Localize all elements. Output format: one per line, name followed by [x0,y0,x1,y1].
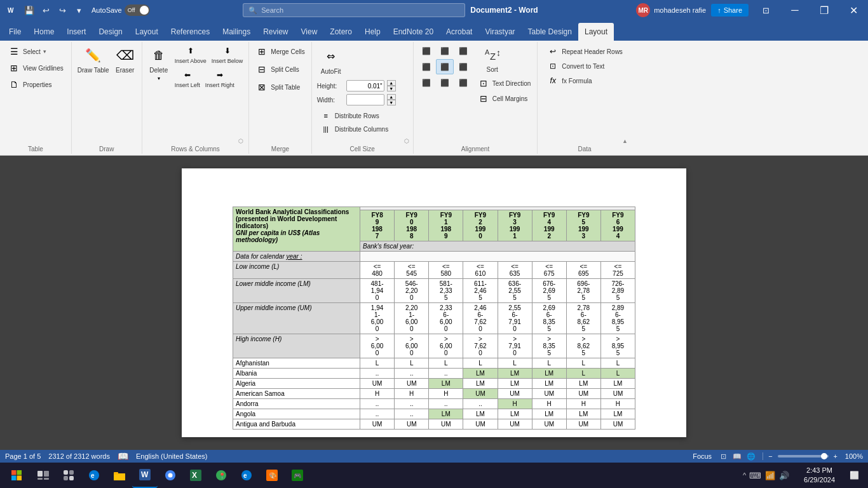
cell-size-expand-icon[interactable]: ⬡ [404,138,409,144]
split-cells-btn[interactable]: ⊟ Split Cells [253,61,301,78]
autosave-toggle[interactable]: Off [125,4,150,16]
rows-cols-expand-icon[interactable]: ⬡ [238,138,243,144]
start-button[interactable] [3,463,31,488]
delete-btn[interactable]: 🗑 Delete ▾ [146,43,172,83]
chrome-icon[interactable] [158,463,183,488]
edge-icon[interactable]: e [81,463,107,488]
undo-btn[interactable]: ↩ [38,3,53,18]
tab-layout-active[interactable]: Layout [578,23,614,41]
edge2-icon[interactable]: e [234,463,259,488]
print-layout-btn[interactable]: ⊡ [717,451,729,461]
search-input[interactable] [261,6,439,14]
distribute-cols-btn[interactable]: ||| Distribute Columns [317,123,391,135]
zoom-thumb[interactable] [821,453,827,459]
width-input[interactable] [346,94,384,105]
tab-review[interactable]: Review [257,23,294,41]
repeat-header-btn[interactable]: ↩ Repeat Header Rows [544,44,625,58]
tab-mailings[interactable]: Mailings [216,23,257,41]
zoom-percent[interactable]: 100% [843,452,863,460]
gridlines-btn[interactable]: ⊞ View Gridlines [5,60,66,76]
properties-btn[interactable]: 🗋 Properties [5,76,55,93]
insert-right-btn[interactable]: ➡ Insert Right [203,67,236,90]
redo-btn[interactable]: ↪ [55,3,70,18]
restore-btn[interactable]: ❐ [810,0,839,20]
select-btn[interactable]: ☰ Select ▾ [5,43,49,60]
ribbon-display-btn[interactable]: ⊡ [751,0,780,20]
delete-label: Delete [149,67,168,74]
sort-btn[interactable]: A Z ↕ Sort [475,43,510,75]
eraser-btn[interactable]: ⌫ Eraser [112,43,138,76]
convert-text-btn[interactable]: ⊡ Convert to Text [544,59,607,73]
notification-icon[interactable]: ⬜ [843,463,865,488]
height-input[interactable] [346,80,384,92]
close-btn[interactable]: ✕ [839,0,868,20]
insert-below-btn[interactable]: ⬇ Insert Below [210,43,245,66]
user-area[interactable]: MR mohadeseh rafie [631,3,711,17]
distribute-rows-btn[interactable]: ≡ Distribute Rows [317,109,391,122]
document-area[interactable]: World Bank Analytical Classifications (p… [0,156,868,450]
align-top-right[interactable]: ⬛ [454,43,472,58]
keyboard-icon[interactable]: ⌨ [747,471,763,480]
insert-left-btn[interactable]: ⬅ Insert Left [173,67,202,90]
tab-endnote[interactable]: EndNote 20 [387,23,440,41]
excel-icon[interactable]: X [183,463,208,488]
align-middle-center[interactable]: ⬛ [436,59,454,74]
data-collapse-icon[interactable]: ▲ [622,138,628,144]
tab-acrobat[interactable]: Acrobat [440,23,478,41]
height-down[interactable]: ▼ [387,86,396,92]
zoom-slider[interactable] [778,455,829,458]
align-middle-left[interactable]: ⬛ [417,59,435,74]
align-middle-right[interactable]: ⬛ [454,59,472,74]
spell-check-icon[interactable]: 📖 [118,451,128,461]
width-up[interactable]: ▲ [387,94,396,100]
widgets-btn[interactable] [56,463,81,488]
split-table-icon: ⊠ [255,82,268,92]
minimize-btn[interactable]: ─ [780,0,810,20]
align-bottom-right[interactable]: ⬛ [454,75,472,90]
height-up[interactable]: ▲ [387,80,396,86]
maps-icon[interactable]: 📍 [208,463,234,488]
zoom-out-btn[interactable]: − [768,452,772,460]
explorer-icon[interactable] [107,463,132,488]
wifi-icon[interactable]: 📶 [763,471,777,480]
word-taskbar-icon[interactable]: W [132,463,158,488]
split-table-btn[interactable]: ⊠ Split Table [253,79,302,95]
zoom-in-btn[interactable]: + [834,452,837,460]
tab-zotero[interactable]: Zotero [323,23,358,41]
save-quick-btn[interactable]: 💾 [22,3,37,18]
paint-icon[interactable]: 🎨 [259,463,285,488]
gamepass-icon[interactable]: 🎮 [285,463,310,488]
task-view-btn[interactable] [31,463,56,488]
tab-references[interactable]: References [165,23,216,41]
clock[interactable]: 2:43 PM 6/29/2024 [796,466,843,485]
insert-above-btn[interactable]: ⬆ Insert Above [173,43,208,66]
formula-btn[interactable]: fx fx Formula [544,74,594,88]
tab-virastyar[interactable]: Virastyar [478,23,521,41]
align-bottom-center[interactable]: ⬛ [436,75,454,90]
read-mode-btn[interactable]: 📖 [731,451,743,461]
web-layout-btn[interactable]: 🌐 [745,451,757,461]
tab-view[interactable]: View [295,23,324,41]
tab-layout[interactable]: Layout [129,23,165,41]
more-qa-btn[interactable]: ▾ [71,3,86,18]
cell-margins-btn[interactable]: ⊟ Cell Margins [475,92,534,105]
tab-insert[interactable]: Insert [60,23,92,41]
merge-cells-btn[interactable]: ⊞ Merge Cells [253,43,307,60]
tab-file[interactable]: File [3,23,27,41]
draw-table-btn[interactable]: ✏️ Draw Table [76,43,111,76]
tab-home[interactable]: Home [27,23,60,41]
tab-design[interactable]: Design [92,23,128,41]
tray-up-arrow[interactable]: ^ [742,471,747,479]
autofit-btn[interactable]: ⇔ AutoFit [317,44,345,78]
align-top-center[interactable]: ⬛ [436,43,454,58]
align-bottom-left[interactable]: ⬛ [417,75,435,90]
focus-label[interactable]: Focus [693,452,712,460]
title-search[interactable]: 🔍 [243,3,465,17]
text-direction-btn[interactable]: ⊡ Text Direction [475,76,534,90]
share-button[interactable]: ↑ Share [711,4,749,17]
tab-table-design[interactable]: Table Design [522,23,578,41]
volume-icon[interactable]: 🔊 [777,471,791,480]
width-down[interactable]: ▼ [387,100,396,105]
tab-help[interactable]: Help [358,23,387,41]
align-top-left[interactable]: ⬛ [417,43,435,58]
